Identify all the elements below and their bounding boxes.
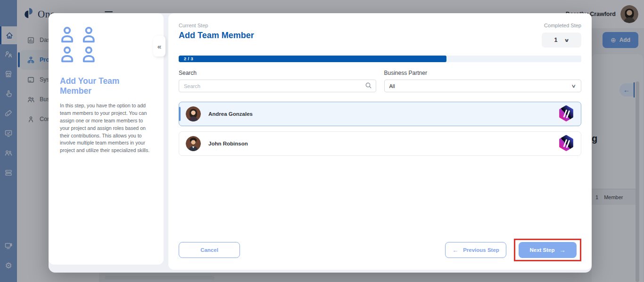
member-name: Andrea Gonzales xyxy=(208,111,253,117)
completed-step: Completed Step 1 ∨ xyxy=(542,23,581,48)
step-description-panel: Add Your Team Member In this step, you h… xyxy=(49,13,164,265)
previous-step-button[interactable]: ← Previous Step xyxy=(445,242,506,258)
filter-row: Search Business Partner All ∨ xyxy=(179,70,581,92)
partner-field-group: Business Partner All ∨ xyxy=(384,70,582,92)
chevron-down-icon: ∨ xyxy=(564,38,570,43)
search-icon[interactable] xyxy=(365,82,372,89)
arrow-left-icon: ← xyxy=(452,247,458,254)
partner-hex-logo-icon xyxy=(558,135,574,153)
step-panel-title: Add Your Team Member xyxy=(60,76,152,96)
step-panel-description: In this step, you have the option to add… xyxy=(60,102,152,154)
completed-step-value: 1 xyxy=(554,37,557,43)
search-box xyxy=(179,80,376,92)
member-row[interactable]: Andrea Gonzales xyxy=(179,102,581,126)
business-partner-select[interactable]: All ∨ xyxy=(384,80,582,92)
avatar xyxy=(186,136,201,151)
wizard-header: Current Step Add Team Member Completed S… xyxy=(179,23,581,48)
completed-step-dropdown[interactable]: 1 ∨ xyxy=(542,32,581,48)
collapse-panel-button[interactable]: « xyxy=(153,36,165,56)
chevron-down-icon: ∨ xyxy=(571,83,576,89)
next-step-button[interactable]: Next Step → xyxy=(519,242,577,258)
page-title: Add Team Member xyxy=(179,31,254,40)
search-field-group: Search xyxy=(179,70,376,92)
cancel-label: Cancel xyxy=(200,247,218,253)
member-row[interactable]: John Robinson xyxy=(179,131,581,156)
add-team-member-modal: « Add Your Team Member In this step, you… xyxy=(49,13,592,273)
wizard-header-left: Current Step Add Team Member xyxy=(179,23,254,40)
chevron-double-left-icon: « xyxy=(157,42,161,50)
annotation-highlight: Next Step → xyxy=(514,239,581,261)
previous-step-label: Previous Step xyxy=(463,247,499,253)
member-list: Andrea Gonzales John Robinson xyxy=(179,102,581,161)
partner-hex-logo-icon xyxy=(558,105,574,123)
partner-value: All xyxy=(389,83,395,89)
completed-step-label: Completed Step xyxy=(542,23,581,28)
progress-label: 2 / 3 xyxy=(179,56,193,61)
arrow-right-icon: → xyxy=(560,247,566,254)
next-step-label: Next Step xyxy=(529,247,554,253)
cancel-button[interactable]: Cancel xyxy=(179,242,240,258)
avatar xyxy=(186,106,201,121)
wizard-footer: Cancel ← Previous Step Next Step → xyxy=(179,239,581,261)
progress-bar: 2 / 3 xyxy=(179,56,581,62)
team-group-icon xyxy=(60,26,152,64)
search-input[interactable] xyxy=(179,80,376,92)
current-step-label: Current Step xyxy=(179,23,254,28)
progress-fill: 2 / 3 xyxy=(179,56,446,62)
search-label: Search xyxy=(179,70,376,76)
partner-label: Business Partner xyxy=(384,70,582,76)
wizard-step-panel: Current Step Add Team Member Completed S… xyxy=(168,13,592,270)
member-name: John Robinson xyxy=(208,141,248,146)
